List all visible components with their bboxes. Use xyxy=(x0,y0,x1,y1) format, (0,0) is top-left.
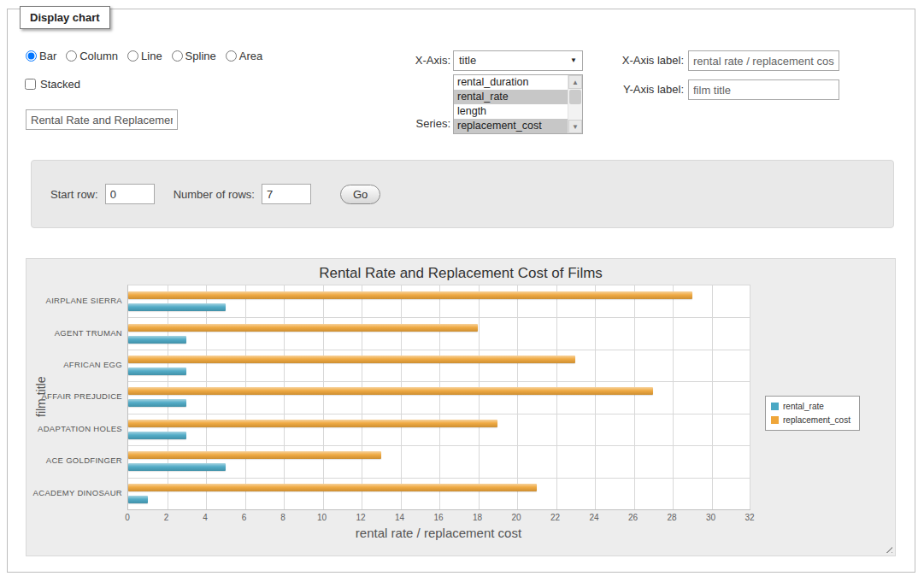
x-axis-title: rental rate / replacement cost xyxy=(127,526,750,540)
series-listbox[interactable]: rental_durationrental_ratelengthreplacem… xyxy=(453,74,583,134)
x-tick-label: 18 xyxy=(473,513,482,522)
series-option-rental_duration[interactable]: rental_duration xyxy=(454,75,568,90)
x-axis-label-label: X-Axis label: xyxy=(603,50,684,71)
y-axis-label-label: Y-Axis label: xyxy=(603,79,684,100)
bar-group xyxy=(128,350,750,381)
stacked-checkbox[interactable] xyxy=(25,79,36,90)
bar-group xyxy=(128,445,750,477)
panel-title: Display chart xyxy=(20,6,110,29)
series-option-length[interactable]: length xyxy=(454,104,568,119)
chart-type-radio-column[interactable] xyxy=(66,50,77,62)
x-tick-label: 32 xyxy=(744,513,754,522)
chart-title-input[interactable] xyxy=(26,109,178,130)
scroll-up-icon[interactable]: ▲ xyxy=(568,75,582,89)
stacked-control[interactable]: Stacked xyxy=(25,78,80,91)
legend-item-rental_rate[interactable]: rental_rate xyxy=(771,402,850,411)
bar-rental_rate[interactable] xyxy=(128,463,226,471)
chart-type-option-bar[interactable]: Bar xyxy=(26,50,56,62)
legend-swatch xyxy=(771,403,779,410)
chart-type-radio-label: Area xyxy=(239,50,262,62)
chart-type-radio-area[interactable] xyxy=(226,50,237,62)
chart-type-option-column[interactable]: Column xyxy=(66,50,118,62)
bar-rental_rate[interactable] xyxy=(128,303,226,311)
category-label: AIRPLANE SIERRA xyxy=(35,285,122,316)
x-tick-label: 10 xyxy=(317,513,327,522)
chart-type-option-spline[interactable]: Spline xyxy=(172,50,216,62)
number-of-rows-label: Number of rows: xyxy=(174,188,255,201)
plot-area xyxy=(127,285,750,510)
bar-rental_rate[interactable] xyxy=(128,432,186,439)
start-row-label: Start row: xyxy=(50,188,98,201)
category-label: ACADEMY DINOSAUR xyxy=(35,477,122,509)
chart-type-radio-label: Spline xyxy=(185,50,216,62)
scrollbar-thumb[interactable] xyxy=(569,90,581,104)
chevron-down-icon: ▼ xyxy=(570,51,577,70)
series-option-replacement_cost[interactable]: replacement_cost xyxy=(454,119,568,133)
legend-swatch xyxy=(771,416,779,424)
series-select-label: Series: xyxy=(374,115,450,132)
x-tick-label: 0 xyxy=(125,513,130,522)
bar-rental_rate[interactable] xyxy=(128,399,186,407)
category-label: AFRICAN EGG xyxy=(35,349,122,380)
chart-type-option-area[interactable]: Area xyxy=(226,50,262,62)
bar-replacement_cost[interactable] xyxy=(128,484,537,491)
category-label: AFFAIR PREJUDICE xyxy=(35,380,122,412)
bar-replacement_cost[interactable] xyxy=(128,451,381,459)
row-controls-panel: Start row: Number of rows: Go xyxy=(31,160,894,228)
x-tick-label: 8 xyxy=(280,513,285,522)
legend-item-replacement_cost[interactable]: replacement_cost xyxy=(771,415,850,425)
bar-replacement_cost[interactable] xyxy=(128,324,478,332)
bar-replacement_cost[interactable] xyxy=(128,420,497,427)
chart-type-option-line[interactable]: Line xyxy=(127,50,162,62)
go-button[interactable]: Go xyxy=(340,185,380,204)
x-ticks: 02468101214161820222426283032 xyxy=(127,513,750,523)
scroll-down-icon[interactable]: ▼ xyxy=(568,120,582,133)
x-tick-label: 16 xyxy=(433,513,443,522)
x-tick-label: 2 xyxy=(164,513,169,522)
bar-rental_rate[interactable] xyxy=(128,336,186,344)
chart-legend: rental_ratereplacement_cost xyxy=(765,396,860,431)
x-axis-selected-value: title xyxy=(459,54,476,67)
chart-type-radios: BarColumnLineSplineArea xyxy=(26,50,262,62)
display-chart-panel: Display chart BarColumnLineSplineArea St… xyxy=(7,9,915,573)
x-axis-select-label: X-Axis: xyxy=(374,50,450,71)
x-tick-label: 12 xyxy=(356,513,365,522)
category-label: AGENT TRUMAN xyxy=(35,316,122,348)
chart-title: Rental Rate and Replacement Cost of Film… xyxy=(26,265,895,282)
chart-type-radio-spline[interactable] xyxy=(172,50,183,62)
resize-handle-icon[interactable] xyxy=(883,544,892,553)
bar-group xyxy=(128,381,750,413)
bar-group xyxy=(128,317,750,349)
plot-rows xyxy=(128,285,750,509)
bar-replacement_cost[interactable] xyxy=(128,291,692,299)
number-of-rows-input[interactable] xyxy=(262,184,311,204)
x-tick-label: 28 xyxy=(667,513,676,522)
x-axis-label-input[interactable] xyxy=(688,50,839,71)
x-tick-label: 20 xyxy=(511,513,521,522)
bar-replacement_cost[interactable] xyxy=(128,387,653,395)
bar-replacement_cost[interactable] xyxy=(128,356,575,363)
chart-type-radio-line[interactable] xyxy=(127,50,138,62)
legend-label: rental_rate xyxy=(783,402,824,411)
x-axis-select[interactable]: title ▼ xyxy=(453,50,583,71)
x-tick-label: 14 xyxy=(395,513,404,522)
x-tick-label: 6 xyxy=(242,513,247,522)
category-label: ACE GOLDFINGER xyxy=(35,444,122,476)
x-tick-label: 30 xyxy=(706,513,715,522)
y-axis-label-input[interactable] xyxy=(688,79,839,100)
x-tick-label: 26 xyxy=(628,513,638,522)
chart-type-radio-label: Line xyxy=(141,50,162,62)
bar-group xyxy=(128,414,750,445)
chart-type-radio-bar[interactable] xyxy=(26,50,37,62)
listbox-scrollbar[interactable]: ▲ ▼ xyxy=(568,75,582,133)
x-tick-label: 4 xyxy=(203,513,208,522)
legend-label: replacement_cost xyxy=(783,415,850,425)
chart-type-radio-label: Bar xyxy=(39,50,56,62)
category-labels: AIRPLANE SIERRAAGENT TRUMANAFRICAN EGGAF… xyxy=(35,285,122,509)
bar-rental_rate[interactable] xyxy=(128,496,148,503)
stacked-label: Stacked xyxy=(40,78,80,91)
x-tick-label: 22 xyxy=(550,513,560,522)
series-option-rental_rate[interactable]: rental_rate xyxy=(454,90,568,104)
start-row-input[interactable] xyxy=(105,184,155,204)
bar-rental_rate[interactable] xyxy=(128,367,186,375)
